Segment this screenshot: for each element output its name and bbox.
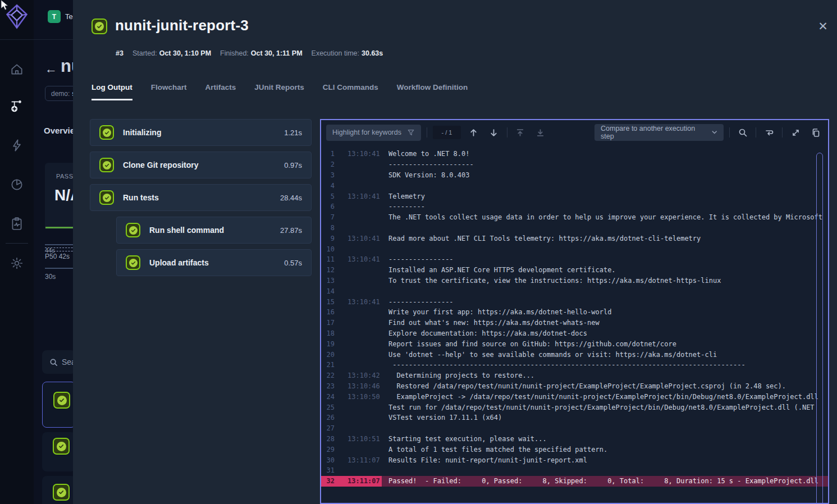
execution-list-item[interactable] — [42, 382, 76, 428]
log-message: Test run for /data/repo/test/nunit/nunit… — [388, 404, 828, 411]
log-message: Results File: nunit-report/nunit-junit-r… — [388, 456, 828, 464]
wrap-text-icon[interactable] — [762, 125, 776, 140]
search-input[interactable]: Sea — [42, 350, 76, 374]
log-line: 2213:10:42 Determining projects to resto… — [321, 370, 828, 381]
log-line-number: 2 — [321, 161, 335, 168]
log-message: VSTest version 17.11.1 (x64) — [388, 414, 828, 421]
log-timestamp: 13:10:41 — [347, 193, 382, 200]
log-line-number: 23 — [321, 382, 335, 390]
log-message: Read more about .NET CLI Tools telemetry… — [388, 235, 828, 242]
log-line-number: 32 — [321, 477, 335, 485]
highlight-keywords-placeholder: Highlight for keywords — [332, 129, 401, 136]
log-timestamp: 13:10:41 — [347, 298, 382, 306]
report-icon[interactable] — [10, 217, 24, 231]
log-message: ----------------------------------------… — [388, 361, 828, 369]
log-line-number: 20 — [321, 351, 335, 359]
log-message: Use 'dotnet --help' to see available com… — [388, 351, 828, 359]
scroll-to-top-icon[interactable] — [513, 125, 528, 140]
scroll-to-bottom-icon[interactable] — [533, 125, 548, 140]
tab-flowchart[interactable]: Flowchart — [151, 83, 187, 100]
execution-time-value: 30.63s — [362, 49, 383, 57]
log-message: SDK Version: 8.0.403 — [388, 171, 828, 179]
log-message: Passed! - Failed: 0, Passed: 8, Skipped:… — [388, 477, 828, 485]
step-upload-artifacts[interactable]: Upload artifacts0.57s — [116, 249, 312, 276]
log-timestamp: 13:10:50 — [347, 393, 382, 401]
search-log-icon[interactable] — [735, 125, 750, 140]
tab-artifacts[interactable]: Artifacts — [205, 83, 236, 100]
lightning-icon[interactable] — [10, 138, 24, 153]
tab-cli-commands[interactable]: CLI Commands — [323, 83, 378, 100]
expand-icon[interactable] — [788, 125, 803, 140]
settings-gear-icon[interactable] — [10, 256, 24, 271]
chart-tick-p50: P50 42s — [45, 253, 70, 260]
started-label: Started: — [132, 49, 157, 57]
log-message: To trust the certificate, view the instr… — [388, 277, 828, 285]
log-timestamp: 13:10:41 — [347, 255, 382, 263]
log-line: 19Report issues and find source on GitHu… — [321, 338, 828, 349]
log-line: 3SDK Version: 8.0.403 — [321, 170, 828, 181]
step-run-shell-command[interactable]: Run shell command27.87s — [116, 217, 312, 244]
tab-junit-reports[interactable]: JUnit Reports — [254, 83, 304, 100]
highlight-keywords-input[interactable]: Highlight for keywords — [326, 125, 421, 141]
compare-step-select[interactable]: Compare to another execution step — [594, 124, 724, 141]
log-line: 2--------------------- — [321, 159, 828, 170]
execution-list-item[interactable] — [42, 432, 76, 471]
back-arrow-icon[interactable]: ← — [45, 62, 57, 76]
log-line-gutter: 18 — [321, 328, 382, 339]
log-line-number: 6 — [321, 203, 335, 210]
filter-chip-label: demo: — [51, 90, 70, 98]
step-duration: 28.44s — [280, 194, 302, 202]
home-icon[interactable] — [10, 62, 24, 77]
step-clone-git-repository[interactable]: Clone Git repository0.97s — [90, 152, 312, 178]
next-match-icon[interactable] — [487, 125, 501, 140]
log-line: 6--------- — [321, 201, 828, 212]
log-line-gutter: 14 — [321, 286, 382, 296]
finished-value: Oct 30, 1:11 PM — [251, 49, 303, 57]
tab-workflow-definition[interactable]: Workflow Definition — [397, 83, 468, 100]
log-line-number: 11 — [321, 255, 335, 263]
prev-match-icon[interactable] — [466, 125, 481, 140]
log-line-gutter: 3 — [321, 170, 382, 181]
tab-log-output[interactable]: Log Output — [92, 83, 132, 100]
log-line: 2813:10:51Starting test execution, pleas… — [321, 434, 828, 445]
step-duration: 0.97s — [284, 161, 302, 169]
match-counter[interactable]: - / 1 — [433, 126, 461, 139]
success-check-icon — [53, 484, 70, 501]
team-avatar[interactable]: T — [48, 10, 61, 23]
close-icon[interactable]: ✕ — [815, 19, 831, 34]
log-line-gutter: 19 — [321, 338, 382, 349]
log-scrollbar-thumb[interactable] — [816, 153, 823, 504]
execution-title: nunit-junit-report-3 — [115, 17, 249, 34]
log-line-gutter: 27 — [321, 423, 382, 434]
step-initializing[interactable]: Initializing1.21s — [90, 119, 312, 146]
step-duration: 27.87s — [280, 226, 302, 235]
pie-chart-icon[interactable] — [10, 177, 24, 192]
sidebar-divider — [6, 243, 28, 244]
log-message: --------- — [388, 203, 828, 210]
log-message: Determining projects to restore... — [388, 372, 828, 379]
log-line: 2313:10:46 Restored /data/repo/test/nuni… — [321, 381, 828, 392]
log-line: 8 — [321, 223, 828, 233]
log-line: 513:10:41Telemetry — [321, 191, 828, 201]
copy-icon[interactable] — [808, 125, 823, 140]
toolbar-separator — [507, 127, 507, 138]
workflow-add-icon[interactable] — [10, 99, 24, 113]
log-line: 113:10:41Welcome to .NET 8.0! — [321, 149, 828, 159]
log-toolbar-right: Compare to another execution step — [594, 124, 823, 141]
log-timestamp: 13:10:41 — [347, 150, 382, 158]
step-duration: 1.21s — [284, 129, 302, 137]
log-line-gutter: 2213:10:42 — [321, 370, 382, 381]
log-line-number: 15 — [321, 298, 335, 306]
log-line-gutter: 7 — [321, 212, 382, 223]
log-line-gutter: 3213:11:07 — [321, 476, 382, 487]
log-line: 7The .NET tools collect usage data in or… — [321, 212, 828, 223]
log-timestamp: 13:11:07 — [347, 477, 382, 485]
step-run-tests[interactable]: Run tests28.44s — [90, 184, 312, 211]
log-timestamp: 13:10:42 — [347, 372, 382, 379]
log-message: Installed an ASP.NET Core HTTPS developm… — [388, 266, 828, 274]
execution-list-item[interactable] — [42, 476, 76, 504]
log-line-number: 25 — [321, 404, 335, 411]
log-line: 4 — [321, 180, 828, 191]
log-message: Find out what's new: https://aka.ms/dotn… — [388, 319, 828, 327]
log-line-number: 8 — [321, 224, 335, 232]
